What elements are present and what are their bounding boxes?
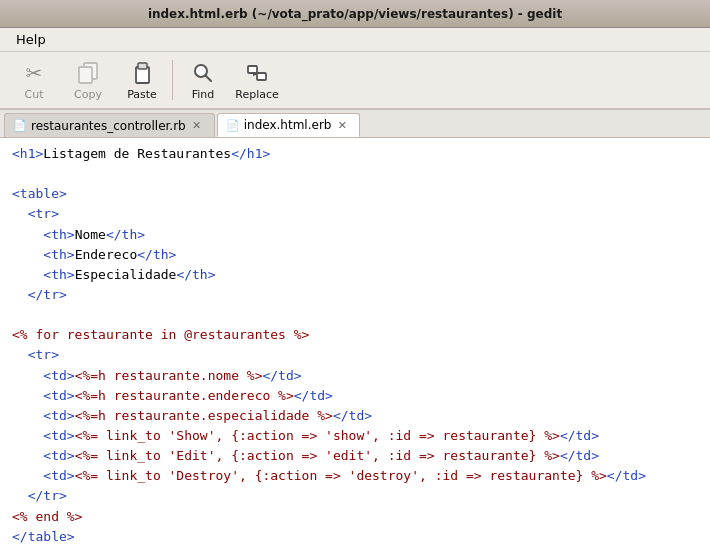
editor-line bbox=[12, 305, 646, 325]
svg-rect-1 bbox=[79, 67, 92, 83]
paste-label: Paste bbox=[127, 88, 157, 101]
paste-button[interactable]: Paste bbox=[116, 55, 168, 105]
tab-index-html-erb[interactable]: 📄 index.html.erb ✕ bbox=[217, 113, 361, 137]
tabs-bar: 📄 restaurantes_controller.rb ✕ 📄 index.h… bbox=[0, 110, 710, 138]
editor-line: <td><%=h restaurante.endereco %></td> bbox=[12, 386, 646, 406]
toolbar: ✂ Cut Copy Paste Find bbox=[0, 52, 710, 110]
editor-line: <td><%=h restaurante.especialidade %></t… bbox=[12, 406, 646, 426]
title-bar: index.html.erb (~/vota_prato/app/views/r… bbox=[0, 0, 710, 28]
code-editor[interactable]: <h1>Listagem de Restaurantes</h1> <table… bbox=[0, 138, 658, 558]
editor-line: <table> bbox=[12, 184, 646, 204]
editor-line: <td><%=h restaurante.nome %></td> bbox=[12, 366, 646, 386]
editor-line: <th>Nome</th> bbox=[12, 225, 646, 245]
menu-help[interactable]: Help bbox=[8, 30, 54, 49]
find-button[interactable]: Find bbox=[177, 55, 229, 105]
replace-label: Replace bbox=[235, 88, 279, 101]
tab-restaurantes-controller[interactable]: 📄 restaurantes_controller.rb ✕ bbox=[4, 113, 215, 137]
cut-label: Cut bbox=[25, 88, 44, 101]
tab-label-2: index.html.erb bbox=[244, 118, 332, 132]
tab-label-1: restaurantes_controller.rb bbox=[31, 119, 186, 133]
editor-line: <% end %> bbox=[12, 507, 646, 527]
copy-button[interactable]: Copy bbox=[62, 55, 114, 105]
editor-container: <h1>Listagem de Restaurantes</h1> <table… bbox=[0, 138, 710, 558]
editor-line bbox=[12, 547, 646, 558]
replace-button[interactable]: Replace bbox=[231, 55, 283, 105]
editor-line: <th>Especialidade</th> bbox=[12, 265, 646, 285]
find-icon bbox=[189, 59, 217, 86]
editor-line: <td><%= link_to 'Show', {:action => 'sho… bbox=[12, 426, 646, 446]
editor-line: </tr> bbox=[12, 486, 646, 506]
editor-line: <tr> bbox=[12, 345, 646, 365]
editor-line bbox=[12, 164, 646, 184]
window-title: index.html.erb (~/vota_prato/app/views/r… bbox=[148, 7, 562, 21]
tab-close-1[interactable]: ✕ bbox=[190, 119, 204, 133]
editor-line: <tr> bbox=[12, 204, 646, 224]
find-label: Find bbox=[192, 88, 215, 101]
svg-line-5 bbox=[206, 75, 212, 81]
editor-line: <h1>Listagem de Restaurantes</h1> bbox=[12, 144, 646, 164]
tab-file-icon-1: 📄 bbox=[13, 119, 27, 132]
editor-line: </tr> bbox=[12, 285, 646, 305]
tab-close-2[interactable]: ✕ bbox=[335, 118, 349, 132]
svg-rect-3 bbox=[138, 63, 147, 69]
cut-icon: ✂ bbox=[20, 59, 48, 86]
editor-line: <td><%= link_to 'Destroy', {:action => '… bbox=[12, 466, 646, 486]
paste-icon bbox=[128, 59, 156, 86]
svg-rect-7 bbox=[257, 73, 266, 80]
editor-line: </table> bbox=[12, 527, 646, 547]
editor-line: <% for restaurante in @restaurantes %> bbox=[12, 325, 646, 345]
editor-line: <th>Endereco</th> bbox=[12, 245, 646, 265]
copy-icon bbox=[74, 59, 102, 86]
tab-file-icon-2: 📄 bbox=[226, 119, 240, 132]
menu-bar: Help bbox=[0, 28, 710, 52]
editor-line: <td><%= link_to 'Edit', {:action => 'edi… bbox=[12, 446, 646, 466]
svg-rect-6 bbox=[248, 66, 257, 73]
cut-button[interactable]: ✂ Cut bbox=[8, 55, 60, 105]
replace-icon bbox=[243, 59, 271, 86]
toolbar-separator bbox=[172, 60, 173, 100]
copy-label: Copy bbox=[74, 88, 102, 101]
